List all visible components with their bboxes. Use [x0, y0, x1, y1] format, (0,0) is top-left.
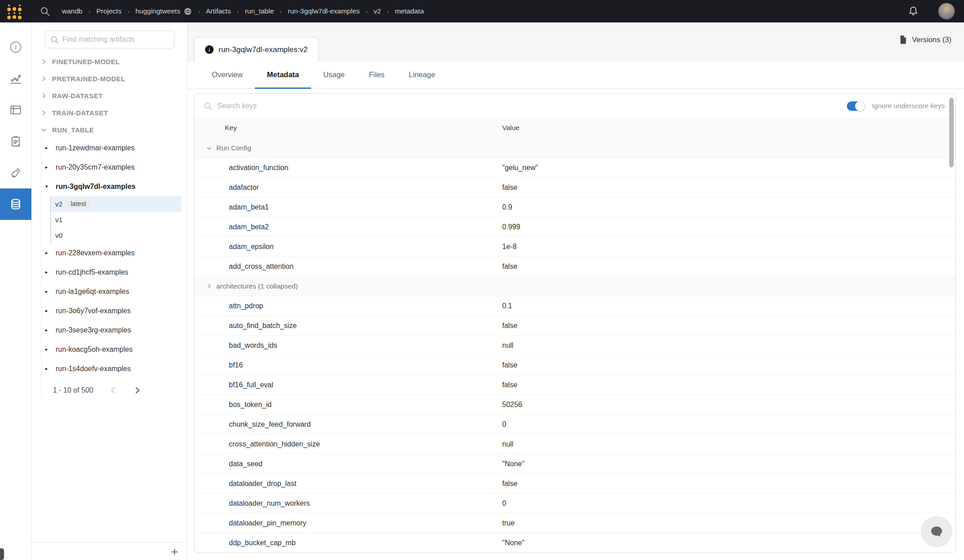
search-icon[interactable]: [39, 6, 50, 17]
rail-item-table[interactable]: [0, 94, 31, 126]
sidebar-category-finetuned-model[interactable]: FINETUNED-MODEL: [31, 53, 187, 70]
metadata-table-body: Run Configactivation_function"gelu_new"a…: [194, 138, 955, 552]
metadata-value: false: [502, 257, 517, 276]
breadcrumb-item[interactable]: huggingtweets: [136, 7, 192, 16]
sidebar-category-raw-dataset[interactable]: RAW-DATASET: [31, 87, 187, 104]
metadata-content: Ignore underscore keys Key Value Run Con…: [188, 89, 964, 560]
sidebar-run-run-3o6y7vof-examples[interactable]: ▸run-3o6y7vof-examples: [31, 301, 187, 320]
rail-item-charts[interactable]: [0, 63, 31, 94]
rail-item-info[interactable]: i: [0, 31, 31, 63]
artifact-name-label: run-3gqlw7dl-examples:v2: [219, 45, 307, 54]
chevron-right-icon: [40, 75, 47, 82]
metadata-group-row[interactable]: architectures (1 collapsed): [194, 276, 955, 296]
category-label: TRAIN-DATASET: [52, 109, 108, 117]
sidebar-run-run-20y35cm7-examples[interactable]: ▸run-20y35cm7-examples: [31, 158, 187, 177]
breadcrumb-item-label: run-3gqlw7dl-examples: [288, 7, 359, 15]
avatar[interactable]: [938, 3, 955, 20]
versions-button-label: Versions (3): [912, 35, 951, 44]
rail-item-reports[interactable]: [0, 126, 31, 157]
breadcrumb-item-label: huggingtweets: [136, 7, 180, 15]
chevron-right-icon: [40, 109, 47, 116]
tab-metadata[interactable]: Metadata: [255, 61, 311, 89]
chevron-right-icon: [40, 92, 47, 99]
tab-overview[interactable]: Overview: [200, 61, 255, 89]
breadcrumb-item[interactable]: wandb: [62, 7, 83, 15]
sidebar-run-run-3sese3rg-examples[interactable]: ▸run-3sese3rg-examples: [31, 320, 187, 340]
breadcrumb-item[interactable]: metadata: [395, 7, 424, 15]
search-icon: [203, 101, 213, 111]
panel-scrollbar[interactable]: [949, 96, 954, 550]
metadata-key: attn_pdrop: [229, 296, 263, 315]
metadata-key: adam_beta2: [229, 217, 269, 236]
versions-button[interactable]: Versions (3): [899, 35, 951, 44]
notifications-bell-icon[interactable]: [907, 5, 919, 17]
breadcrumb-item[interactable]: v2: [374, 7, 381, 15]
breadcrumb-item[interactable]: Projects: [96, 7, 122, 15]
metadata-value: 50256: [502, 395, 522, 414]
metadata-table-header: Key Value: [194, 118, 955, 138]
sidebar-run-run-3gqlw7dl-examples[interactable]: ▾run-3gqlw7dl-examples: [31, 177, 187, 196]
breadcrumb-separator: ›: [237, 8, 239, 15]
metadata-row: adam_beta20.999: [194, 217, 955, 236]
metadata-key: bf16_full_eval: [229, 375, 273, 394]
triangle-right-icon: ▸: [45, 250, 51, 256]
metadata-row: adafactorfalse: [194, 177, 955, 197]
metadata-row: bad_words_idsnull: [194, 335, 955, 355]
prev-page-button[interactable]: [109, 386, 118, 395]
rail-item-sweeps[interactable]: [0, 157, 31, 188]
metadata-key: auto_find_batch_size: [229, 316, 297, 335]
metadata-group-row[interactable]: Run Config: [194, 138, 955, 158]
ignore-underscore-label: Ignore underscore keys: [872, 102, 945, 110]
scrollbar-thumb[interactable]: [949, 98, 954, 167]
breadcrumb-item[interactable]: Artifacts: [206, 7, 231, 15]
artifact-tabs: OverviewMetadataUsageFilesLineage: [188, 61, 964, 89]
metadata-value: 1e-8: [502, 237, 517, 256]
metadata-search-input[interactable]: [217, 102, 406, 110]
chat-fab-button[interactable]: [921, 516, 952, 547]
metadata-row: bf16false: [194, 355, 955, 375]
version-v0[interactable]: v0: [50, 228, 181, 243]
search-icon: [50, 35, 59, 44]
reports-icon: [9, 135, 22, 148]
metadata-key: adafactor: [229, 178, 259, 197]
add-artifact-button[interactable]: +: [171, 546, 178, 558]
sidebar-run-run-1zewdmar-examples[interactable]: ▸run-1zewdmar-examples: [31, 138, 187, 158]
next-page-button[interactable]: [133, 386, 142, 395]
sidebar-category-pretrained-model[interactable]: PRETRAINED-MODEL: [31, 70, 187, 87]
sidebar-run-run-koacg5oh-examples[interactable]: ▸run-koacg5oh-examples: [31, 340, 187, 359]
version-v2[interactable]: v2latest: [50, 196, 181, 212]
artifact-name-tab[interactable]: i run-3gqlw7dl-examples:v2: [194, 37, 319, 61]
artifacts-sidebar: FINETUNED-MODELPRETRAINED-MODELRAW-DATAS…: [31, 22, 188, 560]
version-v1[interactable]: v1: [50, 212, 181, 228]
artifact-search-input[interactable]: [62, 35, 170, 44]
sidebar-run-run-228evxem-examples[interactable]: ▸run-228evxem-examples: [31, 243, 187, 262]
sidebar-category-train-dataset[interactable]: TRAIN-DATASET: [31, 104, 187, 121]
chevron-down-icon: [40, 127, 47, 133]
ignore-underscore-toggle[interactable]: [847, 101, 865, 111]
info-icon: i: [205, 45, 214, 54]
metadata-row: add_cross_attentionfalse: [194, 256, 955, 276]
metadata-key: bf16: [229, 355, 243, 375]
metadata-row: activation_function"gelu_new": [194, 158, 955, 177]
category-label: RAW-DATASET: [52, 92, 103, 100]
icon-rail: i: [0, 22, 31, 560]
metadata-row: dataloader_num_workers0: [194, 493, 955, 513]
rail-item-artifacts[interactable]: [0, 188, 31, 220]
sidebar-category-run_table[interactable]: RUN_TABLE: [31, 121, 187, 138]
metadata-value: 0.999: [502, 217, 520, 236]
tab-usage[interactable]: Usage: [311, 61, 357, 89]
top-navbar: wandb›Projects›huggingtweets›Artifacts›r…: [0, 0, 964, 22]
category-label: PRETRAINED-MODEL: [52, 75, 125, 83]
tab-files[interactable]: Files: [357, 61, 397, 89]
tab-lineage[interactable]: Lineage: [397, 61, 447, 89]
sidebar-run-run-1s4doefv-examples[interactable]: ▸run-1s4doefv-examples: [31, 359, 187, 378]
metadata-key: activation_function: [229, 158, 289, 177]
metadata-key: ddp_bucket_cap_mb: [229, 533, 296, 552]
wandb-logo-icon[interactable]: [5, 3, 23, 19]
sidebar-run-run-cd1jhcf5-examples[interactable]: ▸run-cd1jhcf5-examples: [31, 262, 187, 282]
metadata-row: data_seed"None": [194, 454, 955, 473]
breadcrumb-item[interactable]: run_table: [245, 7, 274, 15]
sidebar-run-run-la1ge6qt-examples[interactable]: ▸run-la1ge6qt-examples: [31, 282, 187, 301]
breadcrumb-item[interactable]: run-3gqlw7dl-examples: [288, 7, 359, 15]
metadata-key: bos_token_id: [229, 395, 272, 414]
